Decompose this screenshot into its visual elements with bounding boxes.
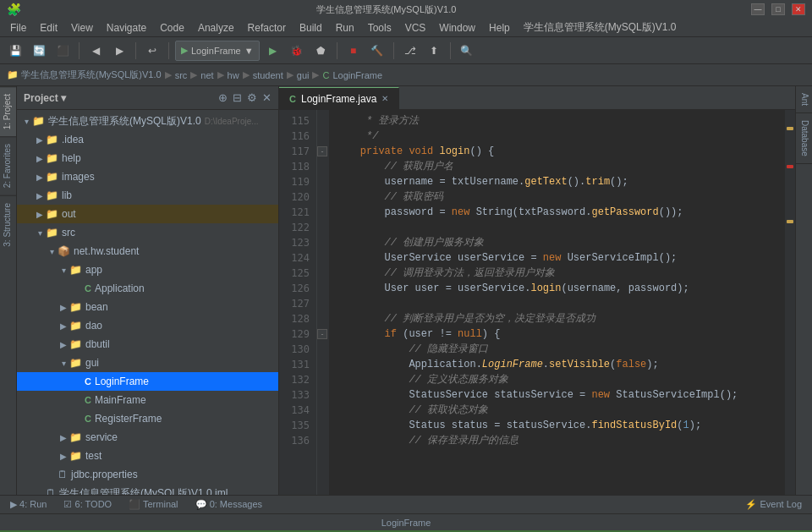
tree-test-label: test [85,450,102,462]
sidebar-tab-favorites[interactable]: 2: Favorites [0,136,16,195]
tree-item-bean[interactable]: ▶ 📁 bean [17,298,278,316]
bc-loginframe[interactable]: LoginFrame [332,70,382,80]
code-editor[interactable]: * 登录方法 */ private void login() { // 获取用户… [329,110,785,495]
bottom-tab-eventlog[interactable]: ⚡ Event Log [738,497,809,512]
tree-item-nethwstudent[interactable]: ▾ 📦 net.hw.student [17,242,278,261]
bc-net[interactable]: net [200,70,213,80]
tree-item-loginframe[interactable]: ▶ C LoginFrame [17,372,278,391]
tree-item-root[interactable]: ▾ 📁 学生信息管理系统(MySQL版)V1.0 D:\IdeaProje... [17,112,278,130]
tree-item-mainframe[interactable]: ▶ C MainFrame [17,391,278,409]
tree-loginframe-label: LoginFrame [95,376,149,387]
menu-item-window[interactable]: Window [432,20,482,36]
main-layout: 1: Project 2: Favorites 3: Structure Pro… [0,86,812,495]
close-button[interactable]: ✕ [792,3,805,15]
fold-btn-117[interactable]: - [317,146,327,156]
tree-item-dbutil[interactable]: ▶ 📁 dbutil [17,335,278,354]
menu-item-run[interactable]: Run [329,20,361,36]
run-with-coverage[interactable]: ⬟ [310,41,331,61]
tree-item-out[interactable]: ▶ 📁 out [17,205,278,223]
title-bar: 🧩 学生信息管理系统(MySQL版)V1.0 — □ ✕ [0,0,812,19]
search-everywhere[interactable]: 🔍 [457,41,477,61]
close-panel-icon[interactable]: ✕ [262,91,272,104]
tree-item-gui[interactable]: ▾ 📁 gui [17,354,278,372]
gutter-mark-1 [787,127,793,130]
sidebar-tab-structure[interactable]: 3: Structure [0,195,16,254]
editor-tab-loginframe[interactable]: C LoginFrame.java ✕ [279,87,399,109]
tree-item-src[interactable]: ▾ 📁 src [17,223,278,242]
toolbar-update[interactable]: ⬆ [424,41,444,61]
out-folder-icon: 📁 [46,208,58,220]
messages-label: 💬 0: Messages [195,499,262,510]
menu-item-view[interactable]: View [64,20,100,36]
bc-student[interactable]: student [253,70,283,80]
tree-service-label: service [85,431,118,443]
toolbar-undo[interactable]: ↩ [142,41,162,61]
tree-iml-label: 学生信息管理系统(MySQL版)V1.0.iml [59,486,228,496]
menu-item-vcs[interactable]: VCS [398,20,433,36]
add-icon[interactable]: ⊕ [218,91,228,104]
minimize-button[interactable]: — [751,3,765,15]
toolbar-btn-2[interactable]: 🔄 [29,41,49,61]
menu-item-edit[interactable]: Edit [33,20,64,36]
tree-item-app[interactable]: ▾ 📁 app [17,261,278,279]
ln-122: 122 [279,220,310,235]
ln-133: 133 [279,387,310,403]
toolbar-sep-6 [450,42,451,59]
window-controls: — □ ✕ [751,3,805,15]
menu-item-build[interactable]: Build [293,20,329,36]
tree-item-dao[interactable]: ▶ 📁 dao [17,316,278,335]
maximize-button[interactable]: □ [771,3,785,15]
bottom-tab-todo[interactable]: ☑ 6: TODO [57,497,118,512]
run-config-dropdown[interactable]: ▶ LoginFrame ▼ [175,41,260,61]
ln-132: 132 [279,372,310,387]
tree-item-jdbc[interactable]: ▶ 🗒 jdbc.properties [17,465,278,484]
bc-hw[interactable]: hw [228,70,239,80]
tree-item-help[interactable]: ▶ 📁 help [17,149,278,167]
collapse-icon[interactable]: ⊟ [233,91,242,104]
back-button[interactable]: ◀ [85,41,106,61]
project-header-title: Project ▾ [24,92,66,104]
right-tab-database[interactable]: Database [796,113,812,164]
bottom-tab-run[interactable]: ▶ 4: Run [3,497,53,512]
toolbar-btn-3[interactable]: ⬛ [52,41,73,61]
tree-item-service[interactable]: ▶ 📁 service [17,428,278,447]
bottom-tab-messages[interactable]: 💬 0: Messages [189,497,269,512]
settings-icon[interactable]: ⚙ [247,91,257,104]
toolbar-btn-1[interactable]: 💾 [5,41,25,61]
sidebar-tab-project[interactable]: 1: Project [0,86,16,136]
tree-item-lib[interactable]: ▶ 📁 lib [17,186,278,205]
right-tab-ant[interactable]: Ant [796,86,812,113]
menu-item-tools[interactable]: Tools [361,20,398,36]
forward-button[interactable]: ▶ [109,41,129,61]
bottom-tab-terminal[interactable]: ⬛ Terminal [122,497,184,512]
menu-item-analyze[interactable]: Analyze [191,20,241,36]
bc-gui[interactable]: gui [297,70,310,80]
toolbar-git[interactable]: ⎇ [400,41,420,61]
tree-dao-label: dao [85,320,102,332]
menu-item-help[interactable]: Help [482,20,517,36]
stop-button[interactable]: ■ [343,41,364,61]
run-config-label: LoginFrame [191,46,241,56]
menu-item-code[interactable]: Code [153,20,191,36]
menu-item-refactor[interactable]: Refactor [241,20,293,36]
left-sidebar-tabs: 1: Project 2: Favorites 3: Structure [0,86,17,495]
fold-btn-129[interactable]: - [317,329,327,339]
tree-item-iml[interactable]: ▶ 🗒 学生信息管理系统(MySQL版)V1.0.iml [17,484,278,495]
bc-src[interactable]: src [175,70,188,80]
tab-close-icon[interactable]: ✕ [381,94,388,103]
run-button[interactable]: ▶ [263,41,283,61]
tree-item-idea[interactable]: ▶ 📁 .idea [17,130,278,149]
tree-item-images[interactable]: ▶ 📁 images [17,167,278,186]
tree-item-registerframe[interactable]: ▶ C RegisterFrame [17,409,278,428]
toolbar-build[interactable]: 🔨 [367,41,387,61]
bc-project[interactable]: 📁 学生信息管理系统(MySQL版)V1.0 [7,69,162,81]
todo-num: ☑ 6: TODO [63,499,112,510]
tree-item-test[interactable]: ▶ 📁 test [17,447,278,465]
debug-button[interactable]: 🐞 [287,41,307,61]
tree-item-application[interactable]: ▶ C Application [17,279,278,298]
menu-item-navigate[interactable]: Navigate [100,20,153,36]
tab-java-icon: C [289,94,296,104]
ln-131: 131 [279,357,310,372]
menu-item-mysqlv[interactable]: 学生信息管理系统(MySQL版)V1.0 [517,19,683,36]
menu-item-file[interactable]: File [3,20,33,36]
